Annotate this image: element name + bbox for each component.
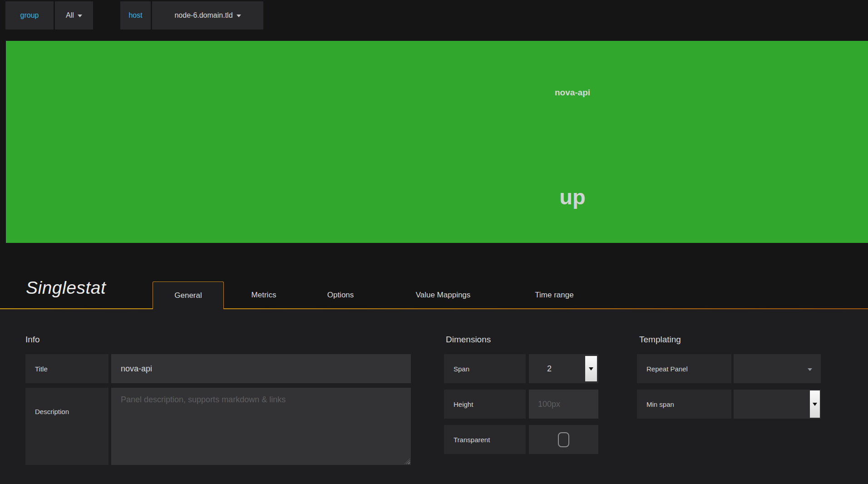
- tab-general[interactable]: General: [153, 282, 224, 309]
- transparent-checkbox[interactable]: [558, 432, 569, 447]
- min-span-select[interactable]: [734, 390, 821, 419]
- variable-label-host: host: [120, 1, 151, 30]
- title-field-label: Title: [25, 354, 108, 383]
- panel-type-title: Singlestat: [26, 278, 106, 298]
- panel-title[interactable]: nova-api: [555, 88, 590, 98]
- triangle-down-icon: [813, 403, 817, 406]
- repeat-panel-field-label: Repeat Panel: [637, 354, 731, 383]
- description-textarea[interactable]: [111, 388, 411, 465]
- info-section-heading: Info: [25, 335, 40, 345]
- singlestat-panel: nova-api up: [6, 41, 868, 243]
- variable-label-group-text: group: [20, 11, 39, 20]
- span-field-label: Span: [444, 354, 526, 383]
- triangle-down-icon: [589, 367, 593, 370]
- select-arrow-strip: [810, 390, 820, 418]
- chevron-down-icon: [237, 15, 241, 17]
- variable-value-host-dropdown[interactable]: node-6.domain.tld: [152, 1, 263, 30]
- transparent-field-label: Transparent: [444, 425, 526, 454]
- repeat-panel-dropdown[interactable]: [734, 354, 821, 383]
- tab-time-range[interactable]: Time range: [535, 282, 573, 309]
- variable-value-group-dropdown[interactable]: All: [55, 1, 93, 30]
- tab-metrics[interactable]: Metrics: [252, 282, 276, 309]
- variable-value-host-text: node-6.domain.tld: [174, 11, 232, 20]
- transparent-checkbox-cell: [529, 425, 598, 454]
- height-input[interactable]: [529, 390, 598, 419]
- chevron-down-icon: [78, 15, 82, 17]
- description-field-label: Description: [25, 388, 108, 465]
- variable-value-group-text: All: [66, 11, 74, 20]
- chevron-down-icon: [808, 368, 812, 371]
- tab-accent-divider: [0, 308, 868, 309]
- span-select-value: 2: [547, 364, 552, 374]
- span-select[interactable]: 2: [529, 354, 598, 383]
- min-span-field-label: Min span: [637, 390, 731, 419]
- variable-label-host-text: host: [128, 11, 142, 20]
- height-field-label: Height: [444, 390, 526, 419]
- tab-value-mappings[interactable]: Value Mappings: [416, 282, 471, 309]
- tab-options[interactable]: Options: [327, 282, 354, 309]
- templating-section-heading: Templating: [639, 335, 681, 345]
- description-textarea-wrap: [111, 388, 411, 465]
- panel-stat-value: up: [559, 184, 585, 209]
- variable-label-group: group: [5, 1, 54, 30]
- select-arrow-strip: [585, 356, 597, 381]
- title-input[interactable]: [111, 354, 411, 383]
- dimensions-section-heading: Dimensions: [446, 335, 491, 345]
